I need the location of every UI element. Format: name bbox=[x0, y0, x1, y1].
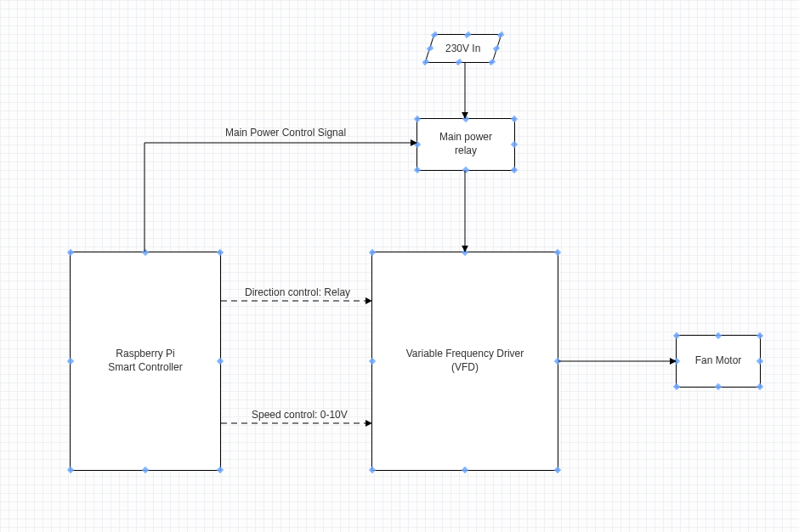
edge-rpi-to-relay bbox=[144, 143, 416, 252]
diagram-canvas: 230V In Main power relay Raspberry Pi Sm… bbox=[0, 0, 799, 532]
arrows-layer bbox=[0, 0, 799, 532]
